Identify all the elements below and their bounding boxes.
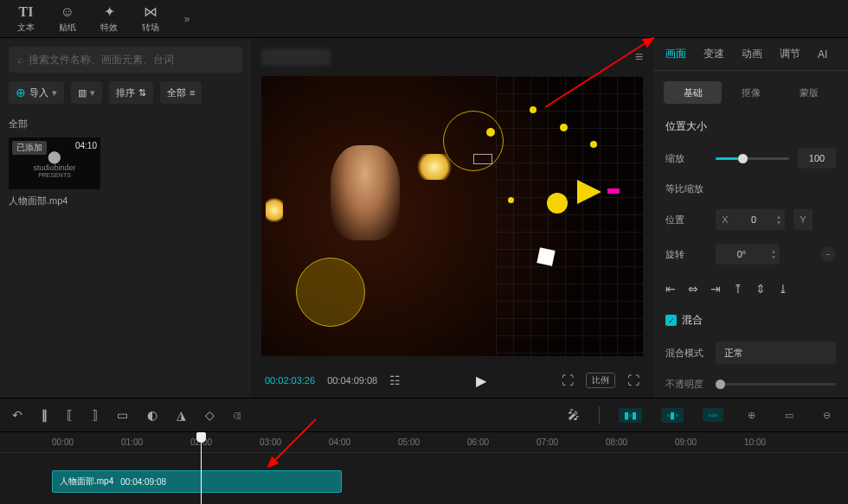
zoom-icon[interactable]: ⊖ [818,408,836,423]
playhead[interactable] [201,432,202,504]
tab-ai[interactable]: AI [809,38,836,71]
expand-tabs-button[interactable]: » [177,9,197,29]
keyframe-button[interactable]: − [820,246,836,262]
video-clip[interactable]: 人物面部.mp4 00:04:09:08 [52,470,342,493]
media-toolbar: ⊕ 导入 ▾ ▥ ▾ 排序 ⇅ 全部 ≡ [9,81,242,104]
media-thumbnail[interactable]: 已添加 04:10 ⬤ studiobinder PRESENTS 人物面部.m… [9,137,100,207]
stepper-icon[interactable]: ▲▼ [773,209,785,230]
delete-icon[interactable]: ▭ [117,408,128,422]
scale-value[interactable]: 100 [798,148,836,169]
ruler-tick: 05:00 [398,437,420,447]
ratio-scale-label: 等比缩放 [665,182,703,195]
mix-checkbox[interactable]: ✓ [665,315,677,326]
preview-canvas[interactable] [261,76,643,356]
filter-icon: ≡ [190,87,195,98]
blend-mode-select[interactable]: 正常 [716,341,836,364]
ruler-tick: 10:00 [744,437,766,447]
search-icon: ⌕ [17,54,23,66]
import-button[interactable]: ⊕ 导入 ▾ [9,81,64,104]
main-row: ⌕ 搜索文件名称、画面元素、台词 ⊕ 导入 ▾ ▥ ▾ 排序 ⇅ 全部 ≡ 全部 [0,38,848,398]
top-asset-tabs: TI 文本 ☺ 贴纸 ✦ 特效 ⋈ 转场 » [0,0,848,38]
link-icon[interactable]: ⊕ [742,408,761,423]
tab-animation[interactable]: 动画 [733,38,771,71]
magnet-link-button[interactable]: ◦◦◦ [703,408,723,422]
effects-icon: ✦ [104,4,115,20]
align-left-icon[interactable]: ⇤ [665,282,676,296]
tab-text[interactable]: TI 文本 [7,2,45,36]
list-icon[interactable]: ☷ [389,373,401,387]
import-label: 导入 [29,86,48,99]
alignment-buttons: ⇤ ⇔ ⇥ ⤒ ⇕ ⤓ [665,278,836,299]
align-bottom-icon[interactable]: ⤓ [778,282,788,296]
crop-icon[interactable]: ⟃ [234,408,241,422]
rotate-row: 旋转 0° ▲▼ − [665,244,836,265]
record-icon[interactable]: ◐ [147,408,157,422]
magnet-snap-button[interactable]: ◦▮◦ [661,408,684,423]
chevron-down-icon: ▾ [52,87,57,99]
position-y-input[interactable]: Y [793,209,813,230]
properties-tabs: 画面 变速 动画 调节 AI [653,38,848,71]
align-right-icon[interactable]: ⇥ [710,282,721,296]
fullscreen-icon[interactable]: ⛶ [627,373,639,387]
undo-icon[interactable]: ↶ [12,408,22,422]
rotate-input[interactable]: 0° ▲▼ [716,244,780,265]
scale-slider[interactable] [716,157,789,160]
tab-label: 特效 [100,22,118,34]
rotate-icon[interactable]: ◇ [205,408,215,422]
stepper-icon[interactable]: ▲▼ [768,244,780,265]
ruler-tick: 03:00 [260,437,281,447]
preview-toggle-icon[interactable]: ▭ [780,408,799,423]
blend-mode-row: 混合模式 正常 [665,341,836,364]
current-time: 00:02:03:26 [265,375,315,386]
thumb-filename: 人物面部.mp4 [9,195,100,207]
opacity-slider[interactable] [716,383,836,386]
scale-label: 缩放 [665,152,707,165]
thumbnail-image: 已添加 04:10 ⬤ studiobinder PRESENTS [9,137,100,189]
sticker-icon: ☺ [61,4,74,20]
transition-icon: ⋈ [144,4,157,20]
preview-title [261,48,331,66]
tab-label: 转场 [142,22,159,34]
mirror-icon[interactable]: ◮ [177,408,186,422]
trim-right-icon[interactable]: ⟧ [92,408,98,422]
tab-speed[interactable]: 变速 [695,38,733,71]
timeline-ruler[interactable]: 00:00 01:00 02:00 03:00 04:00 05:00 06:0… [0,432,848,453]
mic-icon[interactable]: 🎤︎ [568,408,580,422]
section-position-size: 位置大小 [665,119,836,134]
mix-label: 混合 [682,313,703,328]
subtab-cutout[interactable]: 抠像 [722,81,780,104]
preview-menu-button[interactable]: ≡ [635,49,643,65]
tab-sticker[interactable]: ☺ 贴纸 [48,2,87,36]
sort-icon: ⇅ [138,87,146,99]
ruler-tick: 06:00 [467,437,489,447]
properties-body: 位置大小 缩放 100 等比缩放 位置 X 0 ▲▼ [653,107,848,391]
search-input[interactable]: ⌕ 搜索文件名称、画面元素、台词 [9,47,242,73]
position-label: 位置 [665,214,707,226]
ruler-tick: 01:00 [121,437,143,447]
tab-adjust[interactable]: 调节 [771,38,809,71]
filter-all-button[interactable]: 全部 ≡ [160,81,202,104]
position-x-input[interactable]: X 0 ▲▼ [716,209,785,230]
magnet-main-button[interactable]: ▮◦▮ [619,408,643,423]
play-button[interactable]: ▶ [476,373,486,389]
tab-picture[interactable]: 画面 [657,38,695,71]
align-center-v-icon[interactable]: ⇕ [755,282,766,296]
align-top-icon[interactable]: ⤒ [733,282,743,296]
timeline[interactable]: 00:00 01:00 02:00 03:00 04:00 05:00 06:0… [0,432,848,504]
align-center-h-icon[interactable]: ⇔ [688,282,698,296]
split-icon[interactable]: ‖ [42,408,48,422]
subtab-mask[interactable]: 蒙版 [780,81,838,104]
trim-left-icon[interactable]: ⟦ [67,408,73,422]
section-all-label: 全部 [9,118,242,131]
plus-icon: ⊕ [16,86,26,99]
tab-effects[interactable]: ✦ 特效 [90,2,128,36]
view-toggle-button[interactable]: ▥ ▾ [71,81,102,104]
aspect-ratio-button[interactable]: 比例 [586,373,615,388]
focus-icon[interactable]: ⛶ [562,373,574,387]
subtab-basic[interactable]: 基础 [664,81,722,104]
tab-transition[interactable]: ⋈ 转场 [132,2,170,36]
search-placeholder: 搜索文件名称、画面元素、台词 [29,53,174,67]
blend-mode-label: 混合模式 [665,347,707,360]
clip-duration: 00:04:09:08 [120,477,166,487]
sort-button[interactable]: 排序 ⇅ [109,81,153,104]
